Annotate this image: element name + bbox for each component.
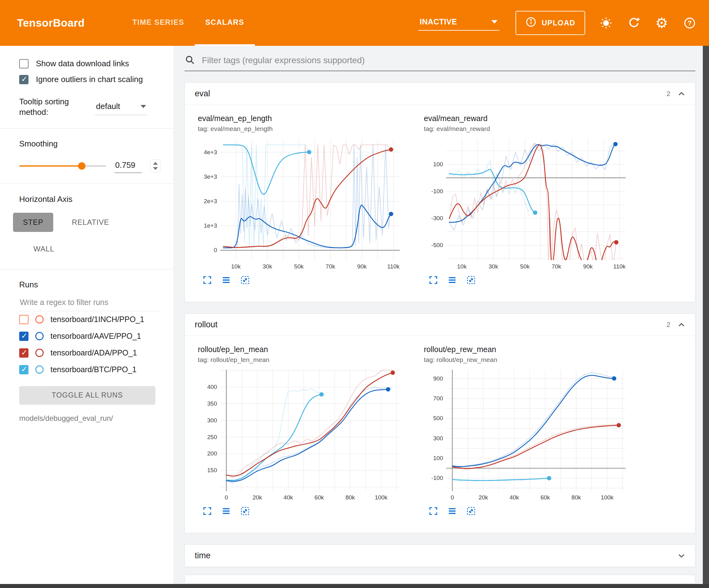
- svg-text:3e+3: 3e+3: [204, 173, 217, 180]
- header-actions: INACTIVE UPLOAD ⚙: [418, 11, 697, 35]
- horizontal-axis-buttons: STEP RELATIVE WALL: [0, 204, 174, 259]
- main-content: eval 2 eval/mean_ep_length tag: eval/mea…: [174, 46, 703, 584]
- data-list-icon[interactable]: [447, 275, 457, 286]
- chart-row-eval: eval/mean_ep_length tag: eval/mean_ep_le…: [185, 105, 695, 302]
- fullscreen-icon[interactable]: [202, 506, 212, 517]
- run-row-1inch[interactable]: tensorboard/1INCH/PPO_1: [0, 311, 174, 328]
- data-list-icon[interactable]: [447, 506, 457, 517]
- run-checkbox[interactable]: [19, 315, 28, 324]
- fit-domain-icon[interactable]: [466, 506, 476, 517]
- svg-text:250: 250: [207, 434, 217, 440]
- fit-domain-icon[interactable]: [240, 275, 250, 286]
- stepper-down-icon[interactable]: [153, 167, 158, 170]
- horizontal-scrollbar[interactable]: [0, 584, 709, 588]
- chart-toolbar: [198, 275, 402, 286]
- checkbox-label: Show data download links: [36, 59, 129, 69]
- refresh-icon[interactable]: [627, 16, 641, 30]
- run-checkbox[interactable]: [19, 365, 28, 374]
- svg-text:10k: 10k: [457, 263, 467, 270]
- section-card-time: time: [185, 544, 695, 567]
- chevron-up-icon[interactable]: [677, 89, 686, 99]
- run-label: tensorboard/1INCH/PPO_1: [50, 315, 144, 324]
- section-card-rollout: rollout 2 rollout/ep_len_mean tag: rollo…: [185, 313, 695, 533]
- checkbox-icon: [19, 59, 28, 69]
- tooltip-sorting-select[interactable]: default: [95, 99, 148, 115]
- section-title: eval: [195, 89, 210, 99]
- tab-time-series[interactable]: TIME SERIES: [122, 0, 195, 46]
- svg-text:0: 0: [451, 494, 454, 501]
- help-icon[interactable]: ?: [682, 16, 697, 30]
- header-tabs: TIME SERIES SCALARS: [122, 0, 255, 46]
- svg-text:50k: 50k: [294, 263, 304, 270]
- run-color-circle[interactable]: [35, 332, 44, 340]
- fit-domain-icon[interactable]: [466, 275, 476, 286]
- run-row-btc[interactable]: tensorboard/BTC/PPO_1: [0, 361, 174, 378]
- runs-filter-input[interactable]: [19, 298, 161, 307]
- status-dropdown[interactable]: INACTIVE: [418, 16, 499, 31]
- svg-text:350: 350: [207, 400, 217, 407]
- svg-text:40k: 40k: [284, 494, 293, 501]
- checkbox-icon: [19, 75, 28, 84]
- search-icon: [185, 54, 195, 66]
- svg-text:30k: 30k: [489, 263, 498, 270]
- chart-plot[interactable]: 10k30k50k70k90k110k100-100-300-500: [424, 135, 628, 271]
- fullscreen-icon[interactable]: [428, 275, 439, 286]
- run-checkbox[interactable]: [19, 348, 28, 358]
- svg-text:110k: 110k: [387, 263, 400, 270]
- filter-tags-input[interactable]: [201, 55, 695, 66]
- svg-text:80k: 80k: [345, 494, 355, 501]
- run-color-circle[interactable]: [35, 365, 44, 374]
- app-title: TensorBoard: [17, 17, 85, 29]
- tab-scalars[interactable]: SCALARS: [195, 0, 255, 46]
- status-label: INACTIVE: [420, 17, 457, 26]
- fullscreen-icon[interactable]: [428, 506, 439, 517]
- chevron-up-icon[interactable]: [677, 320, 686, 330]
- svg-text:20k: 20k: [479, 494, 488, 501]
- smoothing-stepper[interactable]: [151, 159, 160, 173]
- chart-row-rollout: rollout/ep_len_mean tag: rollout/ep_len_…: [185, 336, 695, 533]
- svg-text:80k: 80k: [572, 494, 581, 501]
- axis-button-step[interactable]: STEP: [13, 213, 53, 232]
- run-color-circle[interactable]: [35, 315, 44, 324]
- smoothing-slider[interactable]: [19, 165, 106, 167]
- run-row-aave[interactable]: tensorboard/AAVE/PPO_1: [0, 328, 174, 344]
- brightness-icon[interactable]: [599, 16, 613, 30]
- chart-plot[interactable]: 10k30k50k70k90k110k01e+32e+33e+34e+3: [198, 135, 402, 271]
- slider-thumb[interactable]: [78, 162, 85, 170]
- run-checkbox[interactable]: [19, 332, 28, 341]
- section-header-time[interactable]: time: [185, 545, 695, 567]
- smoothing-control: 0.759: [0, 149, 174, 173]
- chart-plot[interactable]: 020k40k60k80k100k-100100300500700900: [424, 366, 628, 502]
- section-header-rollout[interactable]: rollout 2: [185, 314, 695, 336]
- smoothing-value-input[interactable]: 0.759: [114, 159, 142, 173]
- settings-icon[interactable]: ⚙: [655, 16, 669, 30]
- chart-toolbar: [424, 506, 628, 517]
- chart-plot[interactable]: 020k40k60k80k100k150200250300350400: [198, 366, 402, 502]
- chevron-down-icon[interactable]: [677, 551, 686, 561]
- svg-text:2e+3: 2e+3: [204, 198, 217, 204]
- fullscreen-icon[interactable]: [202, 275, 212, 286]
- svg-text:100k: 100k: [601, 494, 614, 501]
- filter-tags-bar: [185, 54, 695, 71]
- ignore-outliers-checkbox[interactable]: Ignore outliers in chart scaling: [0, 72, 174, 87]
- svg-text:-500: -500: [431, 242, 443, 248]
- axis-button-wall[interactable]: WALL: [24, 239, 64, 259]
- run-color-circle[interactable]: [35, 349, 44, 357]
- svg-text:-300: -300: [431, 215, 443, 222]
- vertical-scrollbar[interactable]: [703, 46, 709, 584]
- fit-domain-icon[interactable]: [240, 506, 250, 517]
- svg-text:300: 300: [207, 417, 217, 424]
- upload-button[interactable]: UPLOAD: [516, 11, 585, 35]
- chart-title: eval/mean_reward: [424, 113, 628, 123]
- axis-button-relative[interactable]: RELATIVE: [62, 213, 119, 232]
- data-list-icon[interactable]: [221, 275, 231, 286]
- chart-toolbar: [198, 506, 402, 517]
- data-list-icon[interactable]: [221, 506, 231, 517]
- checkbox-label: Ignore outliers in chart scaling: [36, 75, 143, 84]
- section-header-eval[interactable]: eval 2: [185, 83, 695, 105]
- show-download-links-checkbox[interactable]: Show data download links: [0, 56, 174, 72]
- stepper-up-icon[interactable]: [153, 162, 158, 165]
- chart-widget: eval/mean_reward tag: eval/mean_reward 1…: [424, 113, 628, 286]
- toggle-all-runs-button[interactable]: TOGGLE ALL RUNS: [19, 386, 155, 405]
- run-row-ada[interactable]: tensorboard/ADA/PPO_1: [0, 344, 174, 361]
